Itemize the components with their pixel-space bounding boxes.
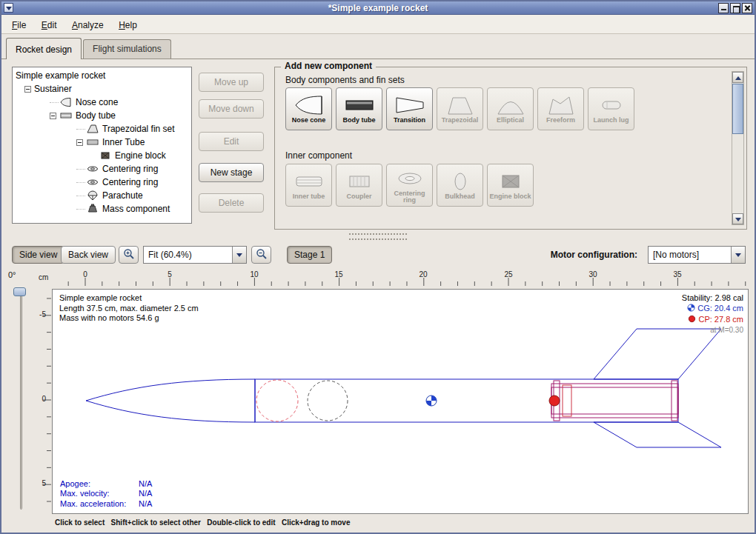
freeform-fin-icon <box>546 94 576 116</box>
back-view-button[interactable]: Back view <box>61 246 116 264</box>
add-nose-cone-button[interactable]: Nose cone <box>285 87 332 130</box>
nose-cone-icon <box>294 94 324 116</box>
add-inner-tube-button: Inner tube <box>285 164 332 207</box>
new-stage-button[interactable]: New stage <box>199 163 264 182</box>
add-body-tube-button[interactable]: Body tube <box>336 87 382 130</box>
add-transition-button[interactable]: Transition <box>386 87 433 130</box>
scroll-up-icon[interactable] <box>732 72 743 83</box>
component-button-label: Coupler <box>346 193 371 200</box>
horizontal-splitter[interactable] <box>1 232 755 242</box>
stability-value: Stability: 2.98 cal <box>682 293 743 303</box>
rocket-side-view-canvas[interactable]: Simple example rocket Length 37.5 cm, ma… <box>52 289 749 514</box>
tree-item-engine-block[interactable]: Engine block <box>13 149 191 162</box>
tree-connector <box>76 209 85 210</box>
mass-component-icon <box>86 204 99 214</box>
elliptical-fin-icon <box>496 94 525 116</box>
add-elliptical-fin-button: Elliptical <box>487 87 534 130</box>
tree-item-fin-set[interactable]: Trapezoidal fin set <box>13 122 191 136</box>
tree-item-centering-ring-1[interactable]: Centering ring <box>13 162 191 176</box>
chevron-down-icon[interactable] <box>232 247 246 263</box>
component-button-label: Engine block <box>489 193 531 200</box>
tree-item-label: Engine block <box>115 150 166 161</box>
close-button[interactable] <box>742 3 752 13</box>
tree-item-label: Simple example rocket <box>16 70 105 81</box>
splitter-handle[interactable] <box>349 233 407 240</box>
tree-item-parachute[interactable]: Parachute <box>13 189 191 202</box>
body-component-row: Nose cone Body tube Transition Trapezoid… <box>285 87 634 130</box>
tree-item-centering-ring-2[interactable]: Centering ring <box>13 176 191 189</box>
motor-configuration-select[interactable]: [No motors] <box>648 246 746 264</box>
add-bulkhead-button: Bulkhead <box>437 164 483 207</box>
inner-tube-icon <box>294 170 324 193</box>
collapse-icon[interactable] <box>76 139 83 146</box>
chevron-down-icon[interactable] <box>731 247 745 263</box>
centering-ring-icon <box>86 177 99 187</box>
tree-item-label: Inner Tube <box>102 137 145 147</box>
zoom-out-button[interactable] <box>251 246 271 264</box>
tree-item-label: Body tube <box>76 110 116 121</box>
ruler-tick-label: 0 <box>83 270 87 278</box>
window-title: *Simple example rocket <box>1 3 755 13</box>
minimize-button[interactable] <box>718 3 729 13</box>
zoom-select[interactable]: Fit (60.4%) <box>143 246 247 264</box>
component-panel-scrollbar <box>732 71 744 225</box>
component-button-label: Freeform <box>546 117 575 124</box>
scroll-down-icon[interactable] <box>732 213 743 224</box>
add-coupler-button: Coupler <box>336 164 382 207</box>
edit-button: Edit <box>199 132 264 151</box>
ruler-tick-label: 25 <box>504 270 512 278</box>
stage-1-toggle[interactable]: Stage 1 <box>287 246 332 264</box>
tab-bar: Rocket design Flight simulations <box>1 34 755 59</box>
add-freeform-fin-button: Freeform <box>537 87 584 130</box>
maximize-button[interactable] <box>730 3 740 13</box>
ruler-tick-label: 10 <box>250 270 258 278</box>
add-engine-block-button: Engine block <box>487 164 534 207</box>
titlebar: *Simple example rocket <box>1 1 755 15</box>
tab-rocket-design[interactable]: Rocket design <box>6 38 82 59</box>
side-view-button[interactable]: Side view <box>12 246 64 264</box>
tree-item-sustainer[interactable]: Sustainer <box>13 82 191 96</box>
component-button-label: Nose cone <box>292 117 326 124</box>
tree-item-nose-cone[interactable]: Nose cone <box>13 96 191 109</box>
tree-item-inner-tube[interactable]: Inner Tube <box>13 136 191 149</box>
add-launch-lug-button: Launch lug <box>588 87 634 130</box>
tree-connector <box>76 169 85 170</box>
stability-block: Stability: 2.98 cal CG: 20.4 cm CP: 27.8… <box>682 293 743 336</box>
launch-lug-icon <box>597 94 626 116</box>
zoom-in-button[interactable] <box>119 246 139 264</box>
tree-item-label: Mass component <box>102 204 170 214</box>
zoom-out-icon <box>256 248 268 262</box>
top-ruler <box>1 270 756 287</box>
max-acceleration-label: Max. acceleration: <box>60 499 139 510</box>
status-bar-hints: Click to select Shift+click to select ot… <box>55 518 350 527</box>
rotation-slider-track[interactable] <box>20 290 22 510</box>
cg-value: CG: 20.4 cm <box>697 304 743 313</box>
component-button-label: Launch lug <box>594 117 629 124</box>
collapse-icon[interactable] <box>24 86 31 93</box>
ruler-tick-label: 5 <box>168 270 172 278</box>
ruler-tick-label: 5 <box>33 479 46 487</box>
delete-button: Delete <box>199 193 264 213</box>
tab-flight-simulations[interactable]: Flight simulations <box>83 39 171 59</box>
menu-help[interactable]: Help <box>113 18 143 33</box>
tree-item-rocket[interactable]: Simple example rocket <box>13 69 191 82</box>
mach-note: at M=0.30 <box>682 325 743 336</box>
scrollbar-thumb[interactable] <box>732 84 743 134</box>
tree-item-label: Trapezoidal fin set <box>102 124 175 134</box>
rotation-slider-thumb[interactable] <box>13 287 26 296</box>
apogee-value: N/A <box>139 479 152 488</box>
max-velocity-label: Max. velocity: <box>60 489 139 499</box>
ruler-tick-label: -5 <box>33 310 46 318</box>
zoom-select-value: Fit (60.4%) <box>144 250 232 260</box>
collapse-icon[interactable] <box>50 113 56 119</box>
menu-file[interactable]: File <box>6 18 32 33</box>
flight-summary-block: Apogee:N/A Max. velocity:N/A Max. accele… <box>60 479 152 510</box>
tree-item-body-tube[interactable]: Body tube <box>13 109 191 122</box>
motor-configuration-label: Motor configuration: <box>551 250 637 260</box>
ruler-tick-label: 0 <box>33 395 46 403</box>
menu-analyze[interactable]: Analyze <box>66 18 110 33</box>
tree-item-mass-component[interactable]: Mass component <box>13 202 191 216</box>
add-centering-ring-button: Centering ring <box>386 164 433 207</box>
component-button-label: Elliptical <box>497 117 524 124</box>
menu-edit[interactable]: Edit <box>36 18 63 33</box>
